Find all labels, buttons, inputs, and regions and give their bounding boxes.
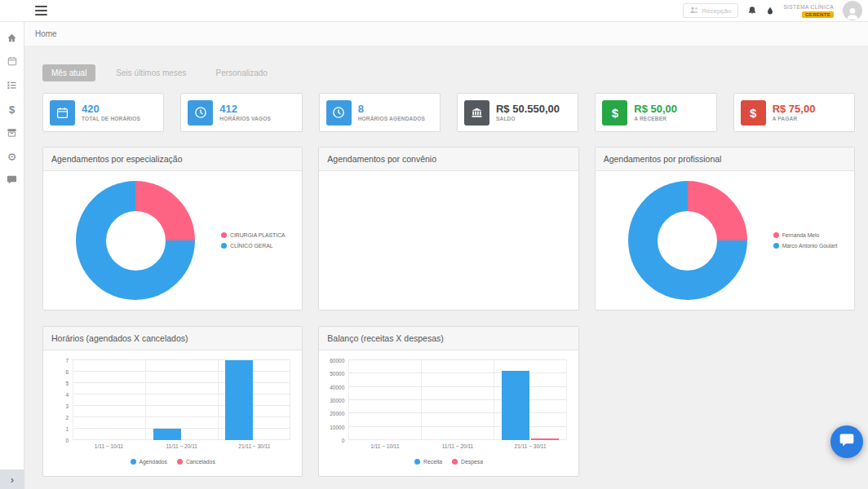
x-tick-label: 1/11 ~ 10/11 — [73, 443, 145, 449]
hamburger-menu-icon[interactable] — [33, 3, 50, 18]
bank-icon — [464, 100, 489, 126]
legend-label: CLÍNICO GERAL — [230, 243, 273, 249]
role-badge: GERENTE — [802, 11, 834, 18]
tab-mes-atual[interactable]: Mês atual — [42, 64, 95, 82]
brand-name: SISTEMA CLÍNICA — [783, 4, 834, 10]
x-tick-label: 11/11 ~ 20/11 — [145, 443, 218, 449]
breadcrumb: Home — [24, 22, 868, 46]
tab-seis-ultimos-meses[interactable]: Seis últimos meses — [107, 64, 195, 82]
sidebar-expand-button[interactable]: › — [0, 469, 24, 489]
stat-horarios-vagos: 412 HORÁRIOS VAGOS — [180, 93, 302, 132]
x-tick-label: 11/11 ~ 20/11 — [421, 443, 494, 449]
sidebar-item-settings[interactable]: ⚙ — [0, 145, 24, 169]
home-icon — [7, 33, 17, 46]
plot-area: 0100002000030000400005000060000 — [348, 360, 566, 440]
legend-dot-icon — [221, 232, 227, 238]
sidebar-item-messages[interactable] — [0, 169, 24, 192]
panel-title: Agendamentos por profissional — [596, 148, 854, 171]
gear-icon: ⚙ — [7, 151, 17, 163]
sidebar: $ ⚙ › — [0, 22, 24, 489]
donut-chart-especializacao — [76, 181, 195, 300]
legend-item[interactable]: Despesa — [452, 459, 483, 465]
legend-dot-icon — [773, 243, 779, 249]
y-tick-label: 5 — [65, 381, 69, 386]
sidebar-item-archive[interactable] — [0, 121, 24, 145]
category-group — [494, 360, 567, 440]
y-tick-label: 60000 — [330, 358, 344, 363]
clock-icon — [326, 100, 352, 126]
drop-icon[interactable] — [766, 6, 774, 15]
panel-title: Agendamentos por convênio — [319, 148, 578, 171]
legend-item[interactable]: CIRURGIA PLASTICA — [221, 232, 286, 238]
chart-legend: CIRURGIA PLASTICACLÍNICO GERAL — [221, 232, 286, 249]
chat-icon — [839, 432, 855, 452]
legend-item[interactable]: Marco Antonio Goulart — [773, 243, 838, 249]
legend-item[interactable]: Cancelados — [177, 459, 215, 465]
legend-dot-icon — [177, 459, 183, 465]
legend-label: Agendados — [140, 459, 167, 465]
legend-label: Cancelados — [186, 459, 215, 465]
charts-row-1: Agendamentos por especialização CIRURGIA… — [42, 147, 855, 311]
stat-value: 420 — [82, 103, 140, 116]
y-tick-label: 4 — [65, 392, 69, 398]
tab-personalizado[interactable]: Personalizado — [207, 64, 277, 82]
y-tick-label: 30000 — [330, 398, 344, 403]
panel-title: Balanço (receitas X despesas) — [319, 327, 578, 350]
brand-block: SISTEMA CLÍNICA GERENTE — [783, 4, 834, 18]
stat-total-horarios: 420 TOTAL DE HORÁRIOS — [42, 93, 164, 132]
period-tabs: Mês atual Seis últimos meses Personaliza… — [42, 64, 855, 82]
legend-dot-icon — [773, 232, 779, 238]
bar-agendados — [225, 360, 253, 440]
sidebar-item-home[interactable] — [0, 27, 24, 51]
panel-horarios: Horários (agendados X cancelados) 012345… — [42, 326, 303, 477]
bar-despesa — [531, 438, 559, 440]
legend-item[interactable]: Fernanda Melo — [773, 232, 838, 238]
legend-label: Despesa — [461, 459, 483, 465]
bell-icon[interactable] — [747, 6, 757, 15]
y-tick-label: 6 — [65, 369, 69, 375]
y-tick-label: 3 — [65, 403, 69, 409]
stat-label: HORÁRIOS VAGOS — [219, 116, 271, 122]
bar-chart-balanco: 0100002000030000400005000060000 1/11 ~ 1… — [319, 350, 578, 476]
stat-label: TOTAL DE HORÁRIOS — [82, 116, 140, 122]
legend-label: Marco Antonio Goulart — [782, 243, 838, 249]
sidebar-item-list[interactable] — [0, 74, 24, 98]
y-tick-label: 0 — [65, 438, 69, 443]
sidebar-item-financial[interactable]: $ — [0, 98, 24, 121]
breadcrumb-home-link[interactable]: Home — [35, 29, 57, 38]
list-icon — [7, 80, 17, 93]
panel-agendamentos-convenio: Agendamentos por convênio — [318, 147, 578, 311]
bars-area — [73, 360, 290, 440]
legend-item[interactable]: Receita — [414, 459, 442, 465]
y-tick-label: 50000 — [330, 371, 344, 377]
chat-icon — [7, 174, 17, 187]
chat-fab-button[interactable] — [830, 425, 863, 458]
sidebar-item-calendar[interactable] — [0, 51, 24, 74]
legend-label: Fernanda Melo — [782, 232, 820, 238]
y-tick-label: 1 — [65, 426, 69, 432]
x-tick-label: 21/11 ~ 30/11 — [218, 443, 290, 449]
legend-item[interactable]: Agendados — [131, 459, 167, 465]
clock-icon — [188, 100, 213, 126]
chart-legend: AgendadosCancelados — [43, 459, 302, 465]
stat-label: A RECEBER — [634, 116, 677, 122]
y-tick-label: 7 — [65, 358, 69, 363]
main-content: Mês atual Seis últimos meses Personaliza… — [24, 46, 868, 489]
legend-dot-icon — [452, 459, 458, 465]
category-group — [421, 360, 494, 440]
legend-dot-icon — [131, 459, 136, 465]
stat-value: 8 — [358, 103, 425, 116]
legend-label: CIRURGIA PLASTICA — [230, 232, 286, 238]
reception-button[interactable]: Recepção — [683, 3, 738, 18]
legend-dot-icon — [221, 243, 227, 249]
legend-dot-icon — [414, 459, 420, 465]
avatar[interactable] — [843, 1, 862, 20]
stat-value: R$ 50.550,00 — [496, 103, 560, 116]
chart-legend: Fernanda MeloMarco Antonio Goulart — [773, 232, 838, 249]
archive-icon — [7, 127, 17, 140]
calendar-icon — [50, 100, 75, 126]
dollar-icon: $ — [741, 100, 766, 126]
panel-title: Agendamentos por especialização — [43, 148, 302, 171]
stat-value: R$ 75,00 — [773, 103, 816, 116]
legend-item[interactable]: CLÍNICO GERAL — [221, 243, 286, 249]
